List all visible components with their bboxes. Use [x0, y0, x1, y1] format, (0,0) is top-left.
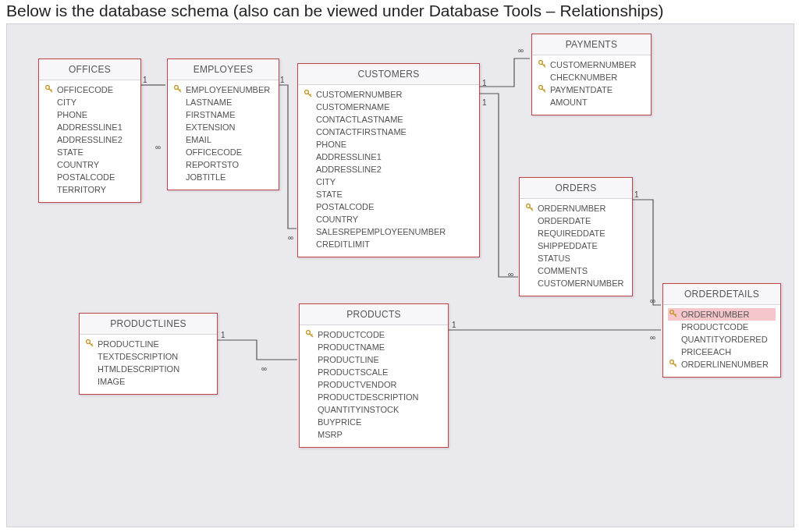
field-label: SALESREPEMPLOYEENUMBER [316, 227, 446, 236]
field-country[interactable]: COUNTRY [44, 158, 136, 171]
card-one: 1 [482, 98, 487, 107]
field-label: EMAIL [186, 135, 211, 144]
field-ordernumber[interactable]: ORDERNUMBER [668, 308, 776, 321]
field-label: ORDERNUMBER [681, 310, 749, 319]
table-title: EMPLOYEES [168, 59, 279, 80]
table-customers[interactable]: CUSTOMERS CUSTOMERNUMBERCUSTOMERNAMECONT… [297, 63, 480, 257]
field-image[interactable]: IMAGE [84, 375, 212, 388]
field-addressline1[interactable]: ADDRESSLINE1 [303, 151, 474, 163]
field-requireddate[interactable]: REQUIREDDATE [524, 227, 627, 239]
card-many: ∞ [288, 233, 293, 242]
field-label: PRODUCTCODE [681, 322, 748, 332]
field-addressline1[interactable]: ADDRESSLINE1 [44, 121, 136, 133]
field-productline[interactable]: PRODUCTLINE [84, 338, 212, 350]
field-addressline2[interactable]: ADDRESSLINE2 [303, 163, 474, 176]
field-label: FIRSTNAME [186, 110, 236, 119]
field-label: COUNTRY [57, 160, 99, 169]
primary-key-icon [669, 310, 677, 319]
field-officecode[interactable]: OFFICECODE [172, 146, 274, 158]
field-label: CUSTOMERNUMBER [550, 60, 636, 69]
field-customernumber[interactable]: CUSTOMERNUMBER [524, 277, 627, 289]
field-productvendor[interactable]: PRODUCTVENDOR [304, 378, 443, 391]
field-productcode[interactable]: PRODUCTCODE [668, 321, 776, 333]
field-textdescription[interactable]: TEXTDESCRIPTION [84, 350, 212, 363]
field-label: REQUIREDDATE [538, 229, 605, 238]
field-label: AMOUNT [550, 98, 588, 107]
field-productline[interactable]: PRODUCTLINE [304, 353, 443, 366]
card-many: ∞ [650, 333, 655, 342]
field-shippeddate[interactable]: SHIPPEDDATE [524, 239, 627, 252]
field-contactfirstname[interactable]: CONTACTFIRSTNAME [303, 126, 474, 138]
field-firstname[interactable]: FIRSTNAME [172, 108, 274, 121]
field-quantityinstock[interactable]: QUANTITYINSTOCK [304, 403, 443, 416]
field-lastname[interactable]: LASTNAME [172, 96, 274, 108]
field-reportsto[interactable]: REPORTSTO [172, 158, 274, 171]
field-creditlimit[interactable]: CREDITLIMIT [303, 238, 474, 250]
primary-key-icon [538, 85, 546, 94]
field-status[interactable]: STATUS [524, 252, 627, 264]
field-label: QUANTITYORDERED [681, 335, 768, 344]
table-orderdetails[interactable]: ORDERDETAILS ORDERNUMBERPRODUCTCODEQUANT… [662, 283, 781, 378]
field-label: PHONE [316, 140, 346, 149]
field-employeenumber[interactable]: EMPLOYEENUMBER [172, 83, 274, 96]
card-many: ∞ [650, 296, 655, 305]
field-productcode[interactable]: PRODUCTCODE [304, 328, 443, 341]
field-postalcode[interactable]: POSTALCODE [44, 171, 136, 183]
card-one: 1 [221, 331, 225, 339]
field-checknumber[interactable]: CHECKNUMBER [537, 71, 646, 83]
card-one: 1 [634, 190, 639, 199]
field-amount[interactable]: AMOUNT [537, 96, 646, 108]
primary-key-icon [45, 85, 53, 94]
field-addressline2[interactable]: ADDRESSLINE2 [44, 133, 136, 146]
field-label: CONTACTLASTNAME [316, 115, 403, 124]
table-employees[interactable]: EMPLOYEES EMPLOYEENUMBERLASTNAMEFIRSTNAM… [167, 59, 279, 190]
table-fields: CUSTOMERNUMBERCHECKNUMBERPAYMENTDATEAMOU… [532, 55, 651, 115]
field-productdescription[interactable]: PRODUCTDESCRIPTION [304, 391, 443, 403]
field-territory[interactable]: TERRITORY [44, 183, 136, 196]
field-buyprice[interactable]: BUYPRICE [304, 416, 443, 428]
field-phone[interactable]: PHONE [44, 108, 136, 121]
primary-key-icon [526, 204, 534, 213]
table-products[interactable]: PRODUCTS PRODUCTCODEPRODUCTNAMEPRODUCTLI… [299, 303, 449, 448]
table-productlines[interactable]: PRODUCTLINES PRODUCTLINETEXTDESCRIPTIONH… [79, 313, 218, 395]
field-paymentdate[interactable]: PAYMENTDATE [537, 83, 646, 96]
field-productscale[interactable]: PRODUCTSCALE [304, 366, 443, 378]
field-label: COMMENTS [538, 266, 588, 275]
field-country[interactable]: COUNTRY [303, 213, 474, 225]
field-label: JOBTITLE [186, 172, 225, 182]
field-priceeach[interactable]: PRICEEACH [668, 346, 776, 358]
field-contactlastname[interactable]: CONTACTLASTNAME [303, 113, 474, 126]
field-salesrepemployeenumber[interactable]: SALESREPEMPLOYEENUMBER [303, 225, 474, 238]
field-state[interactable]: STATE [303, 188, 474, 200]
field-label: PRODUCTLINE [318, 355, 379, 364]
field-orderdate[interactable]: ORDERDATE [524, 215, 627, 227]
field-extension[interactable]: EXTENSION [172, 121, 274, 133]
field-htmldescription[interactable]: HTMLDESCRIPTION [84, 363, 212, 375]
field-orderlinenumber[interactable]: ORDERLINENUMBER [668, 358, 776, 371]
field-officecode[interactable]: OFFICECODE [44, 83, 136, 96]
field-label: EMPLOYEENUMBER [186, 85, 270, 94]
field-comments[interactable]: COMMENTS [524, 264, 627, 277]
field-jobtitle[interactable]: JOBTITLE [172, 171, 274, 183]
field-phone[interactable]: PHONE [303, 138, 474, 151]
card-many: ∞ [261, 364, 267, 373]
field-productname[interactable]: PRODUCTNAME [304, 341, 443, 353]
table-orders[interactable]: ORDERS ORDERNUMBERORDERDATEREQUIREDDATES… [519, 177, 633, 296]
field-email[interactable]: EMAIL [172, 133, 274, 146]
field-msrp[interactable]: MSRP [304, 428, 443, 441]
field-customernumber[interactable]: CUSTOMERNUMBER [537, 59, 646, 71]
table-offices[interactable]: OFFICES OFFICECODECITYPHONEADDRESSLINE1A… [38, 59, 141, 203]
table-title: PRODUCTS [300, 304, 448, 325]
field-quantityordered[interactable]: QUANTITYORDERED [668, 333, 776, 346]
field-city[interactable]: CITY [44, 96, 136, 108]
field-label: PRODUCTNAME [318, 342, 385, 352]
primary-key-icon [86, 339, 94, 349]
field-ordernumber[interactable]: ORDERNUMBER [524, 202, 627, 215]
field-state[interactable]: STATE [44, 146, 136, 158]
field-city[interactable]: CITY [303, 176, 474, 188]
field-customername[interactable]: CUSTOMERNAME [303, 101, 474, 113]
field-customernumber[interactable]: CUSTOMERNUMBER [303, 88, 474, 101]
table-payments[interactable]: PAYMENTS CUSTOMERNUMBERCHECKNUMBERPAYMEN… [531, 34, 652, 115]
table-title: ORDERS [520, 178, 632, 199]
field-postalcode[interactable]: POSTALCODE [303, 200, 474, 213]
